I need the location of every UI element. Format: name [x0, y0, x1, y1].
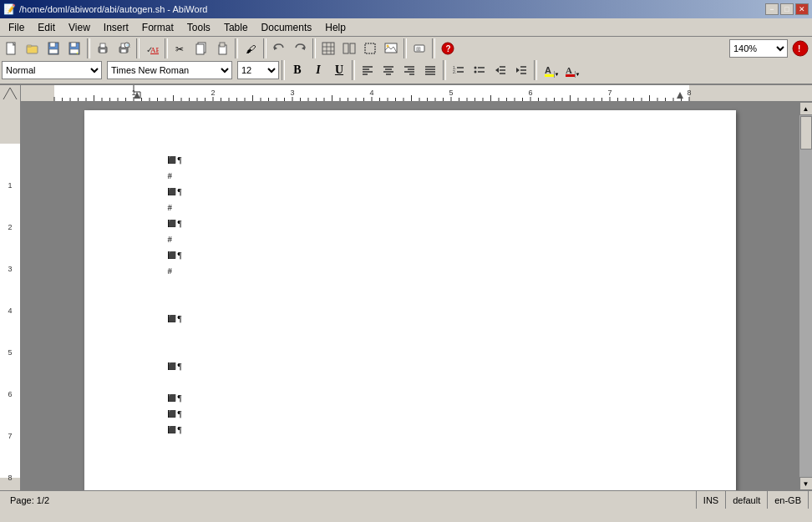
line-char: ¶ — [178, 406, 182, 422]
line-char: ¶ — [178, 152, 182, 168]
scrollbar-right[interactable]: ▲ ▼ — [799, 102, 812, 490]
insert-image-button[interactable] — [381, 38, 401, 58]
insert-table-button[interactable] — [318, 38, 338, 58]
content-line: # — [168, 200, 182, 215]
content-line: ⬛ ¶ — [168, 184, 182, 200]
copy-button[interactable] — [191, 38, 211, 58]
lang-status: en-GB — [768, 491, 809, 509]
hash-char: # — [168, 234, 173, 244]
content-line — [168, 327, 182, 358]
svg-point-66 — [475, 71, 477, 73]
content-line: ⬛ ¶ — [168, 152, 182, 168]
minimize-button[interactable]: − — [765, 3, 779, 15]
print-button[interactable] — [93, 38, 113, 58]
document-content: ⬛ ¶ # ⬛ ¶ # ⬛ ¶ # ⬛ ¶ # — [168, 152, 182, 438]
title-bar-text: /home/doml/abiword/abi/autogen.sh - AbiW… — [19, 4, 207, 14]
menu-table[interactable]: Table — [217, 20, 255, 35]
menu-format[interactable]: Format — [135, 20, 180, 35]
save-button[interactable] — [43, 38, 63, 58]
document-area[interactable]: ⬛ ¶ # ⬛ ¶ # ⬛ ¶ # ⬛ ¶ # — [21, 102, 799, 490]
save-as-button[interactable]: + — [64, 38, 84, 58]
hash-char: # — [168, 170, 173, 180]
toolbars: + 🔍 ✓ABC ✂ 🖌 — [0, 37, 812, 85]
new-button[interactable] — [2, 38, 22, 58]
svg-point-64 — [475, 67, 477, 69]
menu-view[interactable]: View — [62, 20, 97, 35]
line-char: ¶ — [178, 358, 182, 374]
menu-documents[interactable]: Documents — [255, 20, 319, 35]
font-dropdown[interactable]: Times New Roman Arial Courier New Helvet… — [107, 61, 232, 79]
style-dropdown[interactable]: Normal Heading 1 Heading 2 Body Text — [2, 61, 102, 79]
insert-field-button[interactable]: ⊞ — [409, 38, 429, 58]
spell-check-button[interactable]: ✓ABC — [142, 38, 162, 58]
hash-char: # — [168, 202, 173, 212]
toolbar-row-2: Normal Heading 1 Heading 2 Body Text Tim… — [2, 60, 810, 80]
separator-7 — [403, 38, 407, 58]
redo-button[interactable] — [290, 38, 310, 58]
svg-marker-68 — [495, 68, 499, 73]
open-button[interactable] — [23, 38, 43, 58]
horizontal-ruler — [21, 85, 812, 101]
align-left-button[interactable] — [358, 60, 378, 80]
content-line: ⬛ ¶ — [168, 215, 182, 231]
justify-button[interactable] — [420, 60, 440, 80]
maximize-button[interactable]: □ — [780, 3, 794, 15]
svg-rect-5 — [49, 49, 58, 53]
page-status: Page: 1/2 — [3, 491, 697, 509]
svg-text:!: ! — [798, 44, 800, 53]
content-line — [168, 279, 182, 311]
help-button[interactable]: ? — [438, 38, 458, 58]
align-right-button[interactable] — [399, 60, 419, 80]
print-preview-button[interactable]: 🔍 — [114, 38, 134, 58]
ordered-list-button[interactable]: 1.2. — [449, 60, 469, 80]
undo-button[interactable] — [269, 38, 289, 58]
menu-edit[interactable]: Edit — [31, 20, 62, 35]
separator-6 — [312, 38, 316, 58]
menu-file[interactable]: File — [2, 20, 31, 35]
svg-rect-2 — [27, 45, 32, 47]
content-line: # — [168, 231, 182, 247]
scroll-thumb[interactable] — [800, 116, 812, 150]
svg-rect-35 — [365, 43, 375, 53]
cut-button[interactable]: ✂ — [170, 38, 190, 58]
menu-help[interactable]: Help — [318, 20, 353, 35]
scroll-down-button[interactable]: ▼ — [799, 477, 813, 490]
svg-marker-27 — [302, 46, 305, 50]
underline-button[interactable]: U — [329, 60, 349, 80]
insert-columns-button[interactable] — [339, 38, 359, 58]
svg-rect-15 — [121, 49, 126, 53]
decrease-indent-button[interactable] — [490, 60, 510, 80]
content-line: ⬛ ¶ — [168, 358, 182, 374]
scroll-track[interactable] — [799, 115, 813, 477]
menu-tools[interactable]: Tools — [180, 20, 217, 35]
default-status: default — [726, 491, 768, 509]
increase-indent-button[interactable] — [511, 60, 531, 80]
size-dropdown[interactable]: 891011 12141618 — [237, 61, 279, 79]
align-center-button[interactable] — [378, 60, 398, 80]
document-page: ⬛ ¶ # ⬛ ¶ # ⬛ ¶ # ⬛ ¶ # — [84, 110, 736, 490]
svg-point-37 — [387, 45, 389, 48]
ins-mode-status: INS — [697, 491, 726, 509]
about-button[interactable]: ! — [790, 38, 810, 58]
zoom-dropdown[interactable]: 50% 75% 100% 125% 140% 150% 200% — [729, 39, 788, 58]
paste-button[interactable] — [212, 38, 232, 58]
content-line: ⬛ ¶ — [168, 247, 182, 263]
close-button[interactable]: ✕ — [795, 3, 809, 15]
scroll-up-button[interactable]: ▲ — [799, 102, 813, 115]
unordered-list-button[interactable] — [469, 60, 490, 80]
italic-button[interactable]: I — [308, 60, 328, 80]
menu-insert[interactable]: Insert — [97, 20, 135, 35]
svg-text:+: + — [76, 50, 79, 55]
separator-5 — [263, 38, 266, 58]
insert-frame-button[interactable] — [360, 38, 380, 58]
title-bar-controls[interactable]: − □ ✕ — [765, 3, 809, 15]
content-line: ⬛ ¶ — [168, 406, 182, 422]
bold-button[interactable]: B — [287, 60, 307, 80]
content-line: ⬛ ¶ — [168, 422, 182, 438]
format-painter-button[interactable]: 🖌 — [241, 38, 261, 58]
app-icon: 📝 — [3, 3, 16, 15]
font-color-button[interactable]: A ▼ — [561, 60, 581, 80]
separator-fmt-4 — [534, 60, 537, 80]
toolbar-row-1: + 🔍 ✓ABC ✂ 🖌 — [2, 38, 810, 58]
highlight-button[interactable]: A ▼ — [540, 60, 560, 80]
